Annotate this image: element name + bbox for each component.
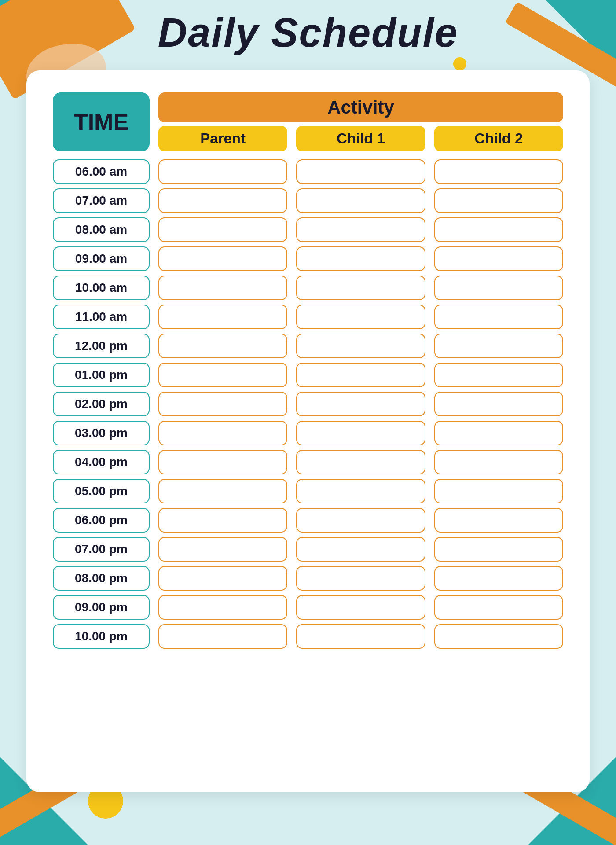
parent-subheader: Parent [158,126,287,151]
child2-activity-cell[interactable] [434,217,563,242]
child2-activity-cell[interactable] [434,392,563,416]
child1-activity-cell[interactable] [296,508,425,533]
table-row: 04.00 pm [53,450,563,474]
parent-activity-cell[interactable] [158,508,287,533]
time-cell: 06.00 am [53,159,150,184]
child1-activity-cell[interactable] [296,246,425,271]
table-row: 05.00 pm [53,479,563,503]
child2-activity-cell[interactable] [434,305,563,329]
activity-header: Activity [158,92,563,122]
parent-activity-cell[interactable] [158,624,287,649]
table-row: 07.00 pm [53,537,563,562]
table-row: 11.00 am [53,305,563,329]
time-cell: 08.00 pm [53,566,150,591]
parent-activity-cell[interactable] [158,363,287,387]
child2-activity-cell[interactable] [434,363,563,387]
time-cell: 05.00 pm [53,479,150,503]
table-row: 03.00 pm [53,421,563,445]
parent-activity-cell[interactable] [158,537,287,562]
parent-activity-cell[interactable] [158,392,287,416]
time-cell: 06.00 pm [53,508,150,533]
schedule-rows: 06.00 am07.00 am08.00 am09.00 am10.00 am… [53,159,563,649]
parent-activity-cell[interactable] [158,159,287,184]
child2-activity-cell[interactable] [434,624,563,649]
child1-activity-cell[interactable] [296,624,425,649]
child2-subheader: Child 2 [434,126,563,151]
child1-activity-cell[interactable] [296,159,425,184]
table-row: 12.00 pm [53,334,563,358]
table-row: 08.00 am [53,217,563,242]
time-header: TIME [53,92,150,151]
child1-activity-cell[interactable] [296,595,425,620]
child2-activity-cell[interactable] [434,450,563,474]
child1-activity-cell[interactable] [296,363,425,387]
child1-activity-cell[interactable] [296,276,425,300]
parent-activity-cell[interactable] [158,566,287,591]
time-cell: 02.00 pm [53,392,150,416]
table-row: 02.00 pm [53,392,563,416]
child1-activity-cell[interactable] [296,334,425,358]
time-cell: 10.00 am [53,276,150,300]
time-cell: 04.00 pm [53,450,150,474]
child2-activity-cell[interactable] [434,276,563,300]
child2-activity-cell[interactable] [434,334,563,358]
child2-activity-cell[interactable] [434,595,563,620]
time-cell: 01.00 pm [53,363,150,387]
main-card: TIME Activity Parent Child 1 Child 2 06.… [26,70,590,792]
parent-activity-cell[interactable] [158,479,287,503]
child2-activity-cell[interactable] [434,246,563,271]
table-header: TIME Activity Parent Child 1 Child 2 [53,92,563,151]
child1-activity-cell[interactable] [296,392,425,416]
child2-activity-cell[interactable] [434,188,563,213]
child2-activity-cell[interactable] [434,537,563,562]
child1-activity-cell[interactable] [296,305,425,329]
child1-activity-cell[interactable] [296,566,425,591]
time-cell: 07.00 am [53,188,150,213]
child2-activity-cell[interactable] [434,566,563,591]
table-row: 09.00 pm [53,595,563,620]
time-cell: 08.00 am [53,217,150,242]
table-row: 09.00 am [53,246,563,271]
parent-activity-cell[interactable] [158,217,287,242]
child1-activity-cell[interactable] [296,537,425,562]
parent-activity-cell[interactable] [158,246,287,271]
time-cell: 07.00 pm [53,537,150,562]
child1-subheader: Child 1 [296,126,425,151]
parent-activity-cell[interactable] [158,276,287,300]
child2-activity-cell[interactable] [434,159,563,184]
table-row: 10.00 am [53,276,563,300]
table-row: 06.00 pm [53,508,563,533]
child1-activity-cell[interactable] [296,188,425,213]
time-cell: 09.00 pm [53,595,150,620]
table-row: 07.00 am [53,188,563,213]
child1-activity-cell[interactable] [296,421,425,445]
time-cell: 11.00 am [53,305,150,329]
page-title: Daily Schedule [0,12,616,53]
child1-activity-cell[interactable] [296,450,425,474]
child1-activity-cell[interactable] [296,217,425,242]
parent-activity-cell[interactable] [158,188,287,213]
parent-activity-cell[interactable] [158,595,287,620]
time-cell: 09.00 am [53,246,150,271]
time-cell: 03.00 pm [53,421,150,445]
child2-activity-cell[interactable] [434,479,563,503]
table-row: 06.00 am [53,159,563,184]
parent-activity-cell[interactable] [158,421,287,445]
table-row: 08.00 pm [53,566,563,591]
parent-activity-cell[interactable] [158,450,287,474]
parent-activity-cell[interactable] [158,305,287,329]
parent-activity-cell[interactable] [158,334,287,358]
table-row: 01.00 pm [53,363,563,387]
child2-activity-cell[interactable] [434,508,563,533]
child1-activity-cell[interactable] [296,479,425,503]
time-cell: 12.00 pm [53,334,150,358]
table-row: 10.00 pm [53,624,563,649]
child2-activity-cell[interactable] [434,421,563,445]
time-cell: 10.00 pm [53,624,150,649]
